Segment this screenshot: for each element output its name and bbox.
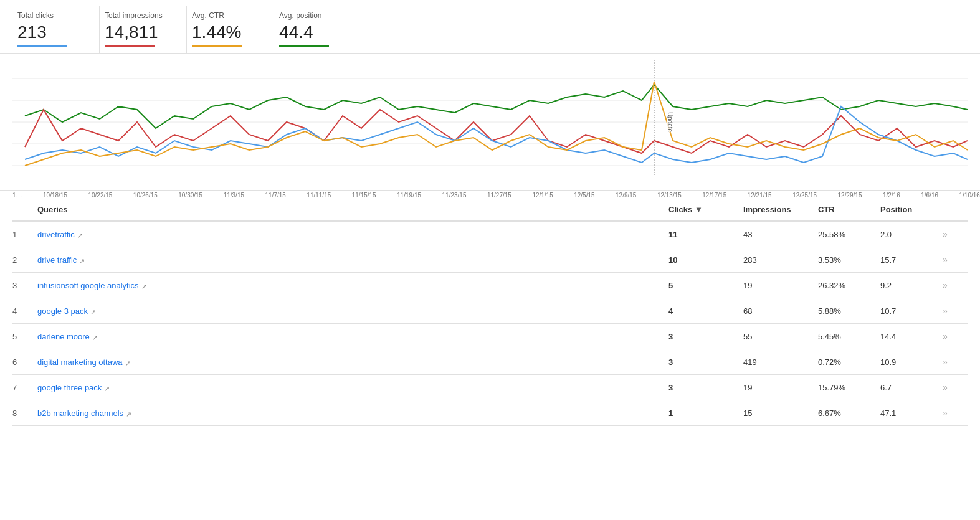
row-action[interactable]: » <box>943 357 968 367</box>
row-action[interactable]: » <box>943 306 968 316</box>
metric-ctr-label: Avg. CTR <box>192 11 255 20</box>
x-axis-label: 10/18/15 <box>43 192 67 199</box>
external-link-icon <box>79 256 87 263</box>
query-cell[interactable]: darlene moore <box>37 332 668 341</box>
table-row[interactable]: 8 b2b marketing channels 1 15 6.67% 47.1… <box>12 400 968 426</box>
row-action[interactable]: » <box>943 255 968 265</box>
metric-position-label: Avg. position <box>279 11 343 20</box>
clicks-cell: 11 <box>668 230 743 239</box>
col-header-position[interactable]: Position <box>880 205 943 214</box>
row-num: 1 <box>12 230 37 239</box>
query-cell[interactable]: b2b marketing channels <box>37 409 668 418</box>
query-cell[interactable]: infusionsoft google analytics <box>37 281 668 290</box>
x-axis-label: 11/19/15 <box>397 192 421 199</box>
table-row[interactable]: 5 darlene moore 3 55 5.45% 14.4 » <box>12 324 968 349</box>
clicks-cell: 4 <box>668 306 743 316</box>
impressions-cell: 19 <box>743 281 818 290</box>
row-num: 7 <box>12 383 37 392</box>
sort-arrow: ▼ <box>695 205 703 214</box>
col-header-num <box>12 205 37 214</box>
external-link-icon <box>92 333 100 340</box>
metric-impressions[interactable]: Total impressions 14,811 <box>100 6 187 53</box>
clicks-cell: 3 <box>668 357 743 367</box>
query-cell[interactable]: drive traffic <box>37 255 668 265</box>
x-axis-label: 1… <box>12 192 22 199</box>
query-cell[interactable]: google three pack <box>37 383 668 392</box>
table-row[interactable]: 7 google three pack 3 19 15.79% 6.7 » <box>12 375 968 400</box>
table-header: Queries Clicks ▼ Impressions CTR Positio… <box>12 199 968 222</box>
metric-impressions-label: Total impressions <box>105 11 168 20</box>
row-num: 3 <box>12 281 37 290</box>
row-num: 2 <box>12 255 37 265</box>
ctr-cell: 5.45% <box>818 332 880 341</box>
clicks-cell: 3 <box>668 332 743 341</box>
ctr-cell: 26.32% <box>818 281 880 290</box>
impressions-cell: 283 <box>743 255 818 265</box>
x-axis-label: 12/5/15 <box>574 192 594 199</box>
row-action[interactable]: » <box>943 382 968 392</box>
x-axis-label: 12/9/15 <box>616 192 636 199</box>
ctr-cell: 25.58% <box>818 230 880 239</box>
header-metrics: Total clicks 213 Total impressions 14,81… <box>0 0 980 54</box>
col-header-impressions[interactable]: Impressions <box>743 205 818 214</box>
table-row[interactable]: 4 google 3 pack 4 68 5.88% 10.7 » <box>12 298 968 324</box>
table-row[interactable]: 6 digital marketing ottawa 3 419 0.72% 1… <box>12 349 968 375</box>
metric-ctr-value: 1.44% <box>192 22 255 42</box>
table-section: Queries Clicks ▼ Impressions CTR Positio… <box>0 199 980 426</box>
col-header-clicks[interactable]: Clicks ▼ <box>668 205 743 214</box>
position-cell: 10.9 <box>880 357 943 367</box>
col-header-queries[interactable]: Queries <box>37 205 668 214</box>
clicks-cell: 1 <box>668 409 743 418</box>
impressions-cell: 419 <box>743 357 818 367</box>
metric-position[interactable]: Avg. position 44.4 <box>274 6 361 53</box>
x-axis-label: 10/22/15 <box>88 192 112 199</box>
x-axis-label: 12/17/15 <box>702 192 726 199</box>
row-action[interactable]: » <box>943 331 968 341</box>
x-axis-label: 1/6/16 <box>921 192 938 199</box>
ctr-cell: 15.79% <box>818 383 880 392</box>
x-axis-label: 12/21/15 <box>748 192 772 199</box>
clicks-cell: 10 <box>668 255 743 265</box>
col-header-action <box>943 205 968 214</box>
row-action[interactable]: » <box>943 280 968 290</box>
ctr-cell: 6.67% <box>818 409 880 418</box>
table-row[interactable]: 2 drive traffic 10 283 3.53% 15.7 » <box>12 247 968 273</box>
x-axis-label: 12/25/15 <box>792 192 817 199</box>
metric-clicks-label: Total clicks <box>17 11 80 20</box>
x-axis-label: 11/15/15 <box>352 192 376 199</box>
metric-clicks-value: 213 <box>17 22 80 42</box>
position-cell: 10.7 <box>880 306 943 316</box>
position-cell: 9.2 <box>880 281 943 290</box>
external-link-icon <box>77 230 85 238</box>
x-axis-label: 11/11/15 <box>307 192 331 199</box>
metric-clicks[interactable]: Total clicks 213 <box>12 6 100 53</box>
impressions-cell: 68 <box>743 306 818 316</box>
ctr-cell: 3.53% <box>818 255 880 265</box>
position-cell: 2.0 <box>880 230 943 239</box>
update-label: Update <box>667 111 673 131</box>
chart-container: Update <box>0 54 980 191</box>
external-link-icon <box>104 384 112 391</box>
query-cell[interactable]: drivetraffic <box>37 230 668 239</box>
table-row[interactable]: 3 infusionsoft google analytics 5 19 26.… <box>12 273 968 298</box>
metric-position-bar <box>279 45 329 47</box>
metric-ctr-bar <box>192 45 242 47</box>
x-axis-labels: 1…10/18/1510/22/1510/26/1510/30/1511/3/1… <box>0 192 980 199</box>
col-header-ctr[interactable]: CTR <box>818 205 880 214</box>
x-axis-label: 11/3/15 <box>224 192 244 199</box>
query-cell[interactable]: google 3 pack <box>37 306 668 316</box>
ctr-cell: 5.88% <box>818 306 880 316</box>
metric-ctr[interactable]: Avg. CTR 1.44% <box>187 6 274 53</box>
row-num: 6 <box>12 357 37 367</box>
row-action[interactable]: » <box>943 408 968 418</box>
ctr-cell: 0.72% <box>818 357 880 367</box>
query-cell[interactable]: digital marketing ottawa <box>37 357 668 367</box>
metric-position-value: 44.4 <box>279 22 343 42</box>
x-axis-label: 12/1/15 <box>532 192 553 199</box>
x-axis-label: 10/26/15 <box>133 192 158 199</box>
row-action[interactable]: » <box>943 229 968 239</box>
table-row[interactable]: 1 drivetraffic 11 43 25.58% 2.0 » <box>12 222 968 247</box>
external-link-icon <box>126 409 133 417</box>
clicks-cell: 3 <box>668 383 743 392</box>
x-axis-label: 11/23/15 <box>442 192 467 199</box>
